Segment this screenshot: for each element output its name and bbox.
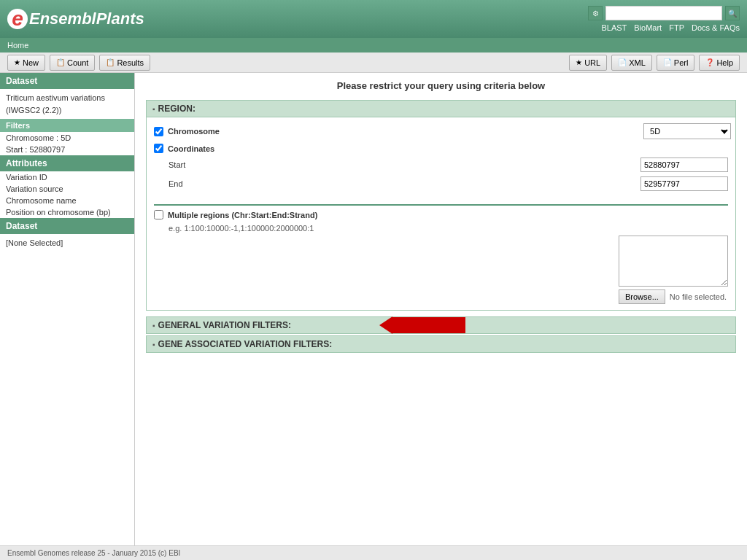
xml-button[interactable]: 📄 XML	[611, 55, 652, 71]
divider	[154, 204, 728, 206]
count-button[interactable]: 📋 Count	[50, 55, 95, 71]
perl-button[interactable]: 📄 Perl	[657, 55, 695, 71]
footer-text: Ensembl Genomes release 25 - January 201…	[7, 549, 180, 557]
chromosome-select[interactable]: 5D 1A1B1D 2A2B2D 3A3B3D 4A4B4D 5A5B 6A6B…	[643, 123, 731, 139]
perl-icon: 📄	[663, 58, 672, 66]
content: Please restrict your query using criteri…	[135, 73, 747, 545]
new-button[interactable]: ★ New	[7, 55, 45, 71]
settings-icon[interactable]: ⚙	[588, 6, 603, 20]
no-file-label: No file selected.	[670, 292, 727, 301]
start-input[interactable]	[640, 158, 728, 172]
gene-variation-header: ▪ GENE ASSOCIATED VARIATION FILTERS:	[146, 335, 736, 353]
attribute-variation-id: Variation ID	[0, 171, 134, 183]
gene-expand-icon[interactable]: ▪	[152, 341, 155, 349]
logo-icon: e	[7, 9, 28, 29]
attribute-chromosome-name: Chromosome name	[0, 195, 134, 206]
attribute-position: Position on chromosome (bp)	[0, 206, 134, 218]
search-input[interactable]	[605, 6, 722, 20]
multiple-regions-label: Multiple regions (Chr:Start:End:Strand)	[168, 211, 317, 219]
coords-section: Start End	[169, 158, 728, 191]
end-row: End	[169, 176, 728, 191]
chromosome-checkbox-label: Chromosome	[168, 127, 220, 136]
general-expand-icon[interactable]: ▪	[152, 322, 155, 330]
sidebar: Dataset Triticum aestivum variations (IW…	[0, 73, 135, 545]
home-bar: Home	[0, 38, 747, 52]
multi-region-textarea[interactable]	[619, 236, 728, 287]
search-bar: ⚙ 🔍	[588, 6, 740, 20]
chromosome-row: Chromosome 5D 1A1B1D 2A2B2D 3A3B3D 4A4B4…	[154, 123, 728, 139]
region-label: REGION:	[158, 104, 196, 114]
star-icon: ★	[576, 58, 582, 66]
blast-link[interactable]: BLAST	[601, 23, 627, 32]
attribute-variation-source: Variation source	[0, 183, 134, 195]
help-label: Help	[716, 58, 733, 67]
help-button[interactable]: ❓ Help	[699, 55, 740, 71]
general-variation-label: GENERAL VARIATION FILTERS:	[158, 320, 291, 330]
browse-button[interactable]: Browse...	[619, 289, 665, 304]
home-link[interactable]: Home	[7, 41, 28, 50]
search-icon[interactable]: 🔍	[725, 6, 740, 20]
main-layout: Dataset Triticum aestivum variations (IW…	[0, 73, 747, 545]
dataset-value: Triticum aestivum variations (IWGSC2 (2.…	[0, 89, 134, 119]
ftp-link[interactable]: FTP	[669, 23, 684, 32]
header-right: ⚙ 🔍 BLAST BioMart FTP Docs & FAQs	[588, 6, 740, 32]
start-label: Start	[169, 160, 220, 169]
new-icon: ★	[14, 58, 20, 66]
region-body: Chromosome 5D 1A1B1D 2A2B2D 3A3B3D 4A4B4…	[146, 117, 736, 311]
header: e EnsemblPlants ⚙ 🔍 BLAST BioMart FTP Do…	[0, 0, 747, 38]
filter-chromosome: Chromosome : 5D	[0, 132, 134, 144]
filters-title: Filters	[0, 119, 134, 132]
coordinates-row: Coordinates	[154, 144, 728, 153]
gene-variation-label: GENE ASSOCIATED VARIATION FILTERS:	[158, 339, 333, 349]
red-arrow-annotation	[379, 316, 465, 334]
footer: Ensembl Genomes release 25 - January 201…	[0, 545, 747, 560]
coordinates-checkbox[interactable]	[154, 144, 163, 153]
perl-label: Perl	[674, 58, 689, 67]
region-expand-icon[interactable]: ▪	[152, 105, 155, 113]
start-row: Start	[169, 158, 728, 172]
url-button[interactable]: ★ URL	[569, 55, 607, 71]
biomart-link[interactable]: BioMart	[634, 23, 662, 32]
region-header: ▪ REGION:	[146, 100, 736, 117]
new-label: New	[23, 58, 39, 67]
logo-text: EnsemblPlants	[29, 9, 144, 28]
xml-icon: 📄	[618, 58, 627, 66]
dataset2-title: Dataset	[0, 218, 134, 234]
multiple-regions-checkbox[interactable]	[154, 210, 163, 219]
help-icon: ❓	[705, 58, 714, 66]
logo-area: e EnsemblPlants	[7, 9, 144, 29]
toolbar: ★ New 📋 Count 📋 Results ★ URL 📄 XML 📄 Pe…	[0, 52, 747, 73]
count-label: Count	[67, 58, 88, 67]
page-title: Please restrict your query using criteri…	[146, 80, 736, 91]
multiple-regions-example: e.g. 1:100:10000:-1,1:100000:2000000:1	[169, 224, 728, 233]
dataset-title: Dataset	[0, 73, 134, 89]
count-icon: 📋	[56, 58, 65, 66]
end-label: End	[169, 179, 220, 188]
multiple-regions-section: Multiple regions (Chr:Start:End:Strand) …	[154, 210, 728, 304]
multi-region-right: Browse... No file selected.	[619, 236, 728, 304]
nav-links: BLAST BioMart FTP Docs & FAQs	[601, 23, 740, 32]
url-label: URL	[584, 58, 600, 67]
results-icon: 📋	[106, 58, 115, 66]
coordinates-label: Coordinates	[168, 144, 214, 153]
docs-link[interactable]: Docs & FAQs	[692, 23, 740, 32]
general-variation-container: ▪ GENERAL VARIATION FILTERS:	[146, 316, 736, 334]
filter-start: Start : 52880797	[0, 144, 134, 155]
attributes-title: Attributes	[0, 155, 134, 171]
dataset2-value: [None Selected]	[0, 234, 134, 252]
multi-region-section: Browse... No file selected.	[154, 236, 728, 304]
multiple-regions-row: Multiple regions (Chr:Start:End:Strand)	[154, 210, 728, 219]
xml-label: XML	[629, 58, 646, 67]
end-input[interactable]	[640, 176, 728, 191]
chromosome-checkbox[interactable]	[154, 127, 163, 136]
results-button[interactable]: 📋 Results	[99, 55, 150, 71]
results-label: Results	[117, 58, 144, 67]
